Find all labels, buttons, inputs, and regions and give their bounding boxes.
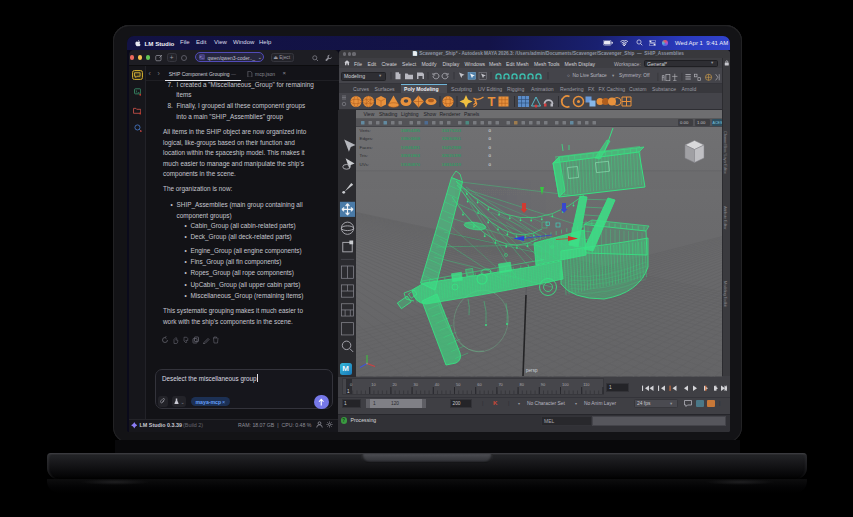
svg-text:50: 50 [456, 382, 461, 387]
svg-text:60: 60 [477, 382, 482, 387]
svg-text:1: 1 [347, 389, 350, 394]
svg-text:UVs:: UVs: [360, 162, 370, 167]
svg-text:33803668: 33803668 [400, 136, 420, 141]
svg-text:110: 110 [583, 382, 590, 387]
svg-text:33591863: 33591863 [400, 153, 420, 158]
svg-text:20: 20 [392, 382, 397, 387]
svg-text:70: 70 [498, 382, 503, 387]
svg-text:18334419: 18334419 [441, 162, 461, 167]
svg-text:16854495: 16854495 [400, 128, 420, 133]
svg-text:Faces:: Faces: [360, 145, 373, 150]
svg-text:T: T [488, 94, 496, 109]
svg-text:32830901: 32830901 [441, 136, 461, 141]
svg-text:Tris:: Tris: [360, 153, 368, 158]
svg-text:100: 100 [562, 382, 569, 387]
svg-text:16375203: 16375203 [441, 128, 461, 133]
svg-text:10946491: 10946491 [400, 145, 420, 150]
svg-text:30: 30 [413, 382, 418, 387]
svg-text:80: 80 [519, 382, 524, 387]
svg-text:Verts:: Verts: [360, 128, 371, 133]
svg-text:Edges:: Edges: [360, 136, 374, 141]
svg-text:10: 10 [371, 382, 376, 387]
svg-text:40: 40 [434, 382, 439, 387]
svg-text:32635198: 32635198 [441, 153, 461, 158]
svg-text:90: 90 [540, 382, 545, 387]
svg-text:16452938: 16452938 [441, 145, 461, 150]
svg-text:19180870: 19180870 [400, 162, 420, 167]
svg-text:0: 0 [350, 382, 353, 387]
svg-text:persp: persp [526, 368, 538, 373]
